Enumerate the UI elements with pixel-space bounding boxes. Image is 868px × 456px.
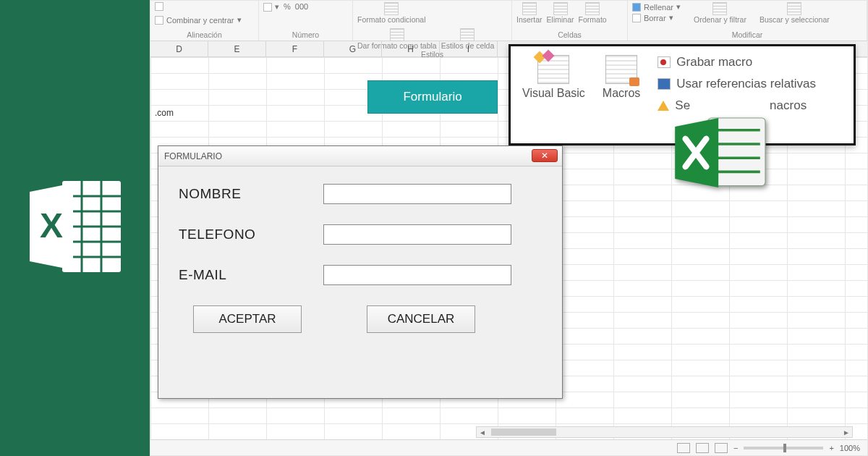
phone-input[interactable] <box>323 224 511 245</box>
cancel-button[interactable]: CANCELAR <box>367 305 475 333</box>
col-header[interactable]: F <box>266 41 324 56</box>
zoom-level[interactable]: 100% <box>840 444 860 452</box>
ribbon-group-editing: Modificar <box>632 30 862 41</box>
record-macro-button[interactable]: Grabar macro <box>658 55 816 69</box>
zoom-in-button[interactable]: + <box>829 444 833 452</box>
scroll-left-icon[interactable]: ◄ <box>477 428 488 436</box>
merge-center-button[interactable]: Combinar y centrar ▾ <box>155 15 242 25</box>
close-icon: ✕ <box>541 151 548 161</box>
name-input[interactable] <box>323 184 511 204</box>
record-icon <box>658 56 671 68</box>
thousands-button[interactable]: 000 <box>295 2 308 11</box>
ribbon: Combinar y centrar ▾ Alineación ▾ % 000 … <box>150 1 867 41</box>
excel-logo-icon: X <box>21 172 129 284</box>
col-header[interactable]: D <box>150 41 208 56</box>
format-cells-button[interactable]: Formato <box>579 2 607 24</box>
accept-button[interactable]: ACEPTAR <box>193 305 302 333</box>
conditional-format-button[interactable]: Formato condicional <box>357 2 426 24</box>
col-header[interactable]: E <box>208 41 266 56</box>
dialog-title: FORMULARIO <box>164 151 222 161</box>
userform-dialog: FORMULARIO ✕ NOMBRE TELEFONO E-MAIL ACEP… <box>158 145 563 399</box>
delete-cells-button[interactable]: Eliminar <box>547 2 574 24</box>
scrollbar-thumb[interactable] <box>491 428 556 436</box>
find-select-button[interactable]: Buscar y seleccionar <box>760 2 830 24</box>
dialog-titlebar[interactable]: FORMULARIO ✕ <box>158 146 562 166</box>
percent-button[interactable]: % <box>284 2 291 11</box>
ribbon-group-alignment: Alineación <box>155 30 254 41</box>
col-header[interactable]: I <box>440 41 498 56</box>
col-header[interactable]: G <box>324 41 382 56</box>
fill-button[interactable]: Rellenar ▾ <box>632 2 681 12</box>
clear-button[interactable]: Borrar ▾ <box>632 13 681 22</box>
close-button[interactable]: ✕ <box>532 149 558 162</box>
view-break-icon[interactable] <box>715 443 728 453</box>
brand-sidebar: X <box>0 0 150 456</box>
name-label: NOMBRE <box>179 186 323 202</box>
zoom-slider[interactable] <box>744 447 823 449</box>
relative-ref-icon <box>658 78 671 90</box>
sort-filter-button[interactable]: Ordenar y filtrar <box>694 2 746 24</box>
visual-basic-icon <box>537 55 569 84</box>
macros-button[interactable]: Macros <box>603 55 640 135</box>
scroll-right-icon[interactable]: ► <box>841 428 852 436</box>
insert-cells-button[interactable]: Insertar <box>516 2 542 24</box>
svg-text:X: X <box>39 206 62 245</box>
view-layout-icon[interactable] <box>696 443 709 453</box>
phone-label: TELEFONO <box>179 227 323 242</box>
relative-references-button[interactable]: Usar referencias relativas <box>658 77 816 91</box>
view-normal-icon[interactable] <box>677 443 690 453</box>
visual-basic-button[interactable]: Visual Basic <box>522 55 585 135</box>
macros-icon <box>605 55 637 84</box>
ribbon-group-number: Número <box>263 30 348 41</box>
ribbon-group-cells: Celdas <box>516 30 623 41</box>
horizontal-scrollbar[interactable]: ◄ ► <box>476 426 853 438</box>
zoom-out-button[interactable]: − <box>733 444 738 452</box>
col-header[interactable]: H <box>382 41 440 56</box>
align-icon <box>155 2 163 11</box>
formulario-sheet-button[interactable]: Formulario <box>367 80 498 114</box>
currency-button[interactable]: ▾ <box>263 2 279 12</box>
email-label: E-MAIL <box>179 267 323 283</box>
excel-window: Combinar y centrar ▾ Alineación ▾ % 000 … <box>150 0 868 456</box>
status-bar: − + 100% <box>150 439 867 455</box>
cell-value: .com <box>155 108 174 118</box>
email-input[interactable] <box>323 265 511 285</box>
excel-3d-icon <box>668 109 776 196</box>
